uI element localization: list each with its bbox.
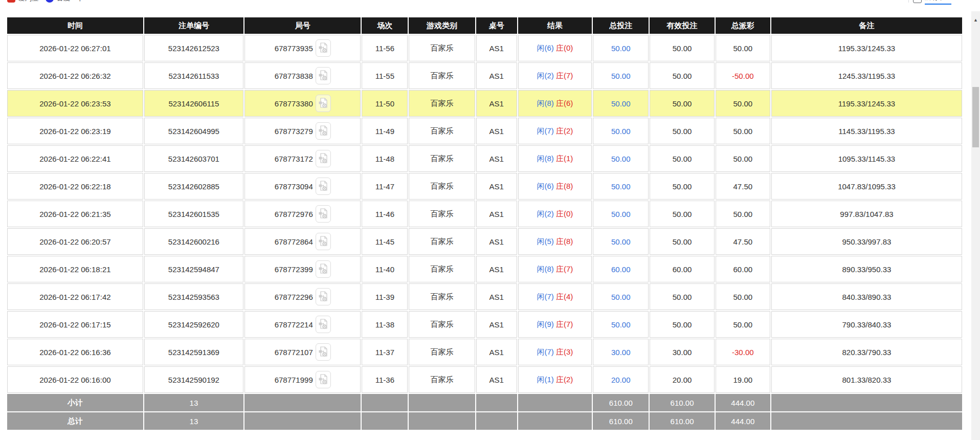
cell-table-no: AS1 — [476, 339, 517, 365]
total-bet-link[interactable]: 50.00 — [611, 99, 631, 108]
video-replay-button[interactable] — [316, 150, 331, 167]
baidu-favicon-icon: du — [46, 0, 54, 3]
cell-valid-bet: 60.00 — [650, 256, 714, 282]
table-row[interactable]: 2026-01-22 06:17:15 523142592620 6787722… — [7, 311, 962, 338]
col-header-session: 场次 — [362, 17, 408, 34]
total-bet-link[interactable]: 50.00 — [611, 155, 631, 163]
table-row[interactable]: 2026-01-22 06:21:35 523142601535 6787729… — [7, 201, 962, 227]
table-row[interactable]: 2026-01-22 06:23:53 523142606115 6787733… — [7, 90, 962, 117]
table-row[interactable]: 2026-01-22 06:27:01 523142612523 6787739… — [7, 35, 962, 61]
result-player: 闲(1) — [537, 375, 553, 384]
total-bet-link[interactable]: 20.00 — [611, 376, 631, 384]
bookmark-item-2[interactable]: du 百度一下 — [46, 0, 83, 3]
video-replay-button[interactable] — [316, 39, 331, 57]
total-bet-link[interactable]: 50.00 — [611, 127, 631, 136]
total-bet-link[interactable]: 50.00 — [611, 293, 631, 301]
total-bet-link[interactable]: 50.00 — [611, 320, 631, 329]
video-replay-button[interactable] — [316, 178, 331, 195]
cell-bet-id: 523142603701 — [144, 145, 243, 172]
cell-game: 百家乐 — [409, 256, 475, 282]
result-player: 闲(8) — [537, 265, 553, 273]
cell-round-no: 678772214 — [244, 311, 361, 338]
cell-bet-id: 523142602885 — [144, 173, 243, 200]
cell-time: 2026-01-22 06:26:32 — [7, 62, 143, 89]
table-row[interactable]: 2026-01-22 06:16:36 523142591369 6787721… — [7, 339, 962, 365]
result-banker: 庄(0) — [556, 43, 573, 52]
table-row[interactable]: 2026-01-22 06:16:00 523142590192 6787719… — [7, 366, 962, 393]
total-bet-link[interactable]: 50.00 — [611, 237, 631, 246]
cell-table-no: AS1 — [476, 35, 517, 61]
video-replay-button[interactable] — [316, 205, 331, 223]
cell-payout: 47.50 — [716, 173, 770, 200]
video-replay-button[interactable] — [316, 95, 331, 112]
scroll-up-arrow-icon[interactable]: ▲ — [971, 15, 980, 24]
cell-note: 1095.33/1145.33 — [771, 145, 962, 172]
table-row[interactable]: 2026-01-22 06:26:32 523142611533 6787738… — [7, 62, 962, 89]
total-bet-link[interactable]: 50.00 — [611, 44, 631, 53]
video-file-icon — [318, 290, 329, 303]
cell-bet-id: 523142590192 — [144, 366, 243, 393]
bookmark-item-1[interactable]: 101 爱淘宝 — [7, 0, 38, 3]
video-replay-button[interactable] — [316, 288, 331, 305]
cell-bet-id: 523142592620 — [144, 311, 243, 338]
cell-session: 11-47 — [362, 173, 408, 200]
table-row[interactable]: 2026-01-22 06:22:18 523142602885 6787730… — [7, 173, 962, 200]
cell-result: 闲(7) 庄(3) — [518, 339, 592, 365]
cell-session: 11-50 — [362, 90, 408, 117]
round-number: 678773172 — [275, 155, 313, 163]
cell-round-no: 678773838 — [244, 62, 361, 89]
table-row[interactable]: 2026-01-22 06:23:19 523142604995 6787732… — [7, 118, 962, 144]
cell-note: 840.33/890.33 — [771, 283, 962, 310]
vertical-scrollbar[interactable]: ▲ — [971, 11, 980, 440]
cell-note: 801.33/820.33 — [771, 366, 962, 393]
total-bet-link[interactable]: 60.00 — [611, 265, 631, 274]
grand-total-total-bet: 610.00 — [593, 412, 649, 430]
total-bet-link[interactable]: 30.00 — [611, 348, 631, 357]
cell-time: 2026-01-22 06:27:01 — [7, 35, 143, 61]
bookmark-label: 百度一下 — [57, 0, 83, 3]
cell-table-no: AS1 — [476, 283, 517, 310]
result-banker: 庄(3) — [556, 347, 573, 356]
table-row[interactable]: 2026-01-22 06:22:41 523142603701 6787731… — [7, 145, 962, 172]
round-number: 678773094 — [275, 182, 313, 191]
grand-total-count: 13 — [144, 412, 243, 430]
video-file-icon — [318, 345, 329, 359]
cell-session: 11-39 — [362, 283, 408, 310]
cell-total-bet: 50.00 — [593, 62, 649, 89]
video-replay-button[interactable] — [316, 316, 331, 333]
total-bet-link[interactable]: 50.00 — [611, 72, 631, 80]
table-row[interactable]: 2026-01-22 06:20:57 523142600216 6787728… — [7, 228, 962, 255]
video-file-icon — [318, 180, 329, 193]
cell-note: 820.33/790.33 — [771, 339, 962, 365]
cell-time: 2026-01-22 06:22:41 — [7, 145, 143, 172]
video-replay-button[interactable] — [316, 67, 331, 84]
result-player: 闲(7) — [537, 347, 553, 356]
cell-note: 790.33/840.33 — [771, 311, 962, 338]
cell-game: 百家乐 — [409, 173, 475, 200]
scrollbar-thumb[interactable] — [972, 87, 979, 147]
video-replay-button[interactable] — [316, 233, 331, 250]
subtotal-valid-bet: 610.00 — [650, 394, 714, 411]
cell-payout: 47.50 — [716, 228, 770, 255]
result-banker: 庄(7) — [556, 71, 573, 80]
cell-game: 百家乐 — [409, 35, 475, 61]
cell-valid-bet: 50.00 — [650, 118, 714, 144]
video-replay-button[interactable] — [316, 343, 331, 361]
cell-total-bet: 50.00 — [593, 311, 649, 338]
col-header-bet-id: 注单编号 — [144, 17, 243, 34]
col-header-game-type: 游戏类别 — [409, 17, 475, 34]
table-row[interactable]: 2026-01-22 06:18:21 523142594847 6787723… — [7, 256, 962, 282]
video-replay-button[interactable] — [316, 371, 331, 388]
total-bet-link[interactable]: 50.00 — [611, 210, 631, 218]
result-banker: 庄(6) — [556, 99, 573, 107]
result-player: 闲(2) — [537, 209, 553, 218]
video-file-icon — [318, 318, 329, 331]
table-row[interactable]: 2026-01-22 06:17:42 523142593563 6787722… — [7, 283, 962, 310]
cell-game: 百家乐 — [409, 201, 475, 227]
total-bet-link[interactable]: 50.00 — [611, 182, 631, 191]
cell-session: 11-49 — [362, 118, 408, 144]
all-bookmarks-button[interactable]: 所有书签 — [913, 0, 951, 5]
bookmark-favicon-red-icon: 101 — [7, 0, 15, 3]
video-replay-button[interactable] — [316, 122, 331, 140]
video-replay-button[interactable] — [316, 260, 331, 278]
